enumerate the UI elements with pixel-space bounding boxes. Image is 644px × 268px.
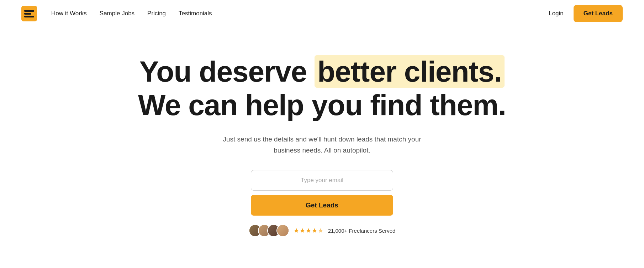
headline-highlight: better clients. — [315, 55, 505, 88]
star-rating: ★★★★★ — [294, 227, 324, 234]
hero-subtext: Just send us the details and we'll hunt … — [222, 134, 422, 156]
hero-form: Get Leads — [251, 170, 393, 216]
social-proof: ★★★★★ 21,000+ Freelancers Served — [249, 224, 396, 237]
nav-sample-jobs[interactable]: Sample Jobs — [100, 10, 134, 17]
avatar-stack — [249, 224, 289, 237]
svg-rect-2 — [24, 13, 31, 15]
headline-line2: We can help you find them. — [138, 89, 506, 121]
nav-get-leads-button[interactable]: Get Leads — [574, 5, 623, 22]
navbar: How it Works Sample Jobs Pricing Testimo… — [0, 0, 644, 27]
hero-section: You deserve better clients. We can help … — [0, 27, 644, 258]
get-leads-button[interactable]: Get Leads — [251, 195, 393, 216]
freelancers-served-text: 21,000+ Freelancers Served — [328, 228, 396, 234]
avatar-4 — [276, 224, 289, 237]
svg-rect-3 — [24, 16, 34, 17]
logo[interactable] — [21, 6, 37, 21]
headline-line1: You deserve better clients. — [138, 56, 506, 88]
nav-right: Login Get Leads — [549, 5, 623, 22]
nav-how-it-works[interactable]: How it Works — [51, 10, 87, 17]
login-link[interactable]: Login — [549, 10, 564, 17]
hero-headline: You deserve better clients. We can help … — [138, 56, 506, 121]
nav-links: How it Works Sample Jobs Pricing Testimo… — [51, 10, 549, 17]
nav-testimonials[interactable]: Testimonials — [179, 10, 212, 17]
email-input[interactable] — [251, 170, 393, 191]
headline-text-part1: You deserve — [139, 55, 315, 88]
nav-pricing[interactable]: Pricing — [147, 10, 166, 17]
svg-rect-1 — [24, 10, 34, 12]
